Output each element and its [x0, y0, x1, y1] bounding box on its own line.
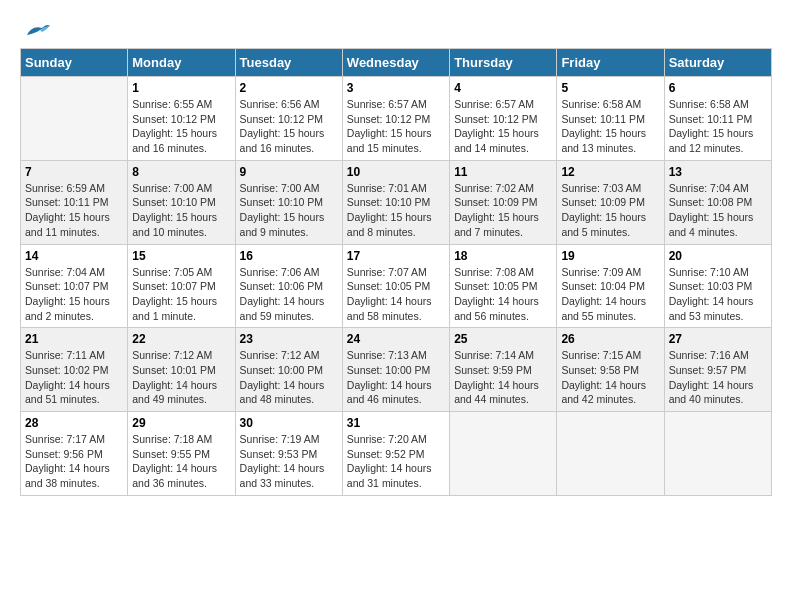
day-info: Sunrise: 7:03 AM Sunset: 10:09 PM Daylig… [561, 181, 659, 240]
day-number: 23 [240, 332, 338, 346]
day-info: Sunrise: 7:13 AM Sunset: 10:00 PM Daylig… [347, 348, 445, 407]
calendar-cell: 28Sunrise: 7:17 AM Sunset: 9:56 PM Dayli… [21, 412, 128, 496]
page-header [20, 20, 772, 44]
day-info: Sunrise: 7:00 AM Sunset: 10:10 PM Daylig… [132, 181, 230, 240]
calendar-cell: 31Sunrise: 7:20 AM Sunset: 9:52 PM Dayli… [342, 412, 449, 496]
day-number: 2 [240, 81, 338, 95]
day-number: 21 [25, 332, 123, 346]
calendar-cell [450, 412, 557, 496]
calendar-cell: 24Sunrise: 7:13 AM Sunset: 10:00 PM Dayl… [342, 328, 449, 412]
calendar-week-5: 28Sunrise: 7:17 AM Sunset: 9:56 PM Dayli… [21, 412, 772, 496]
day-number: 9 [240, 165, 338, 179]
day-number: 20 [669, 249, 767, 263]
day-info: Sunrise: 7:02 AM Sunset: 10:09 PM Daylig… [454, 181, 552, 240]
calendar-cell: 4Sunrise: 6:57 AM Sunset: 10:12 PM Dayli… [450, 77, 557, 161]
calendar-cell: 15Sunrise: 7:05 AM Sunset: 10:07 PM Dayl… [128, 244, 235, 328]
day-info: Sunrise: 7:10 AM Sunset: 10:03 PM Daylig… [669, 265, 767, 324]
calendar-cell: 7Sunrise: 6:59 AM Sunset: 10:11 PM Dayli… [21, 160, 128, 244]
day-info: Sunrise: 7:12 AM Sunset: 10:00 PM Daylig… [240, 348, 338, 407]
day-number: 17 [347, 249, 445, 263]
day-info: Sunrise: 7:04 AM Sunset: 10:08 PM Daylig… [669, 181, 767, 240]
calendar-cell: 17Sunrise: 7:07 AM Sunset: 10:05 PM Dayl… [342, 244, 449, 328]
day-number: 28 [25, 416, 123, 430]
day-info: Sunrise: 6:58 AM Sunset: 10:11 PM Daylig… [561, 97, 659, 156]
day-info: Sunrise: 7:12 AM Sunset: 10:01 PM Daylig… [132, 348, 230, 407]
column-header-monday: Monday [128, 49, 235, 77]
calendar-week-4: 21Sunrise: 7:11 AM Sunset: 10:02 PM Dayl… [21, 328, 772, 412]
day-info: Sunrise: 6:59 AM Sunset: 10:11 PM Daylig… [25, 181, 123, 240]
calendar-cell: 2Sunrise: 6:56 AM Sunset: 10:12 PM Dayli… [235, 77, 342, 161]
day-info: Sunrise: 7:09 AM Sunset: 10:04 PM Daylig… [561, 265, 659, 324]
logo [20, 20, 52, 44]
day-number: 7 [25, 165, 123, 179]
calendar-cell: 6Sunrise: 6:58 AM Sunset: 10:11 PM Dayli… [664, 77, 771, 161]
day-number: 6 [669, 81, 767, 95]
day-number: 29 [132, 416, 230, 430]
calendar-cell [664, 412, 771, 496]
calendar-week-2: 7Sunrise: 6:59 AM Sunset: 10:11 PM Dayli… [21, 160, 772, 244]
day-info: Sunrise: 6:57 AM Sunset: 10:12 PM Daylig… [347, 97, 445, 156]
calendar-cell: 8Sunrise: 7:00 AM Sunset: 10:10 PM Dayli… [128, 160, 235, 244]
calendar-cell: 11Sunrise: 7:02 AM Sunset: 10:09 PM Dayl… [450, 160, 557, 244]
calendar-cell: 10Sunrise: 7:01 AM Sunset: 10:10 PM Dayl… [342, 160, 449, 244]
calendar-cell: 12Sunrise: 7:03 AM Sunset: 10:09 PM Dayl… [557, 160, 664, 244]
day-number: 12 [561, 165, 659, 179]
day-info: Sunrise: 7:17 AM Sunset: 9:56 PM Dayligh… [25, 432, 123, 491]
day-number: 11 [454, 165, 552, 179]
calendar-cell: 21Sunrise: 7:11 AM Sunset: 10:02 PM Dayl… [21, 328, 128, 412]
day-number: 14 [25, 249, 123, 263]
day-number: 5 [561, 81, 659, 95]
day-number: 19 [561, 249, 659, 263]
column-header-friday: Friday [557, 49, 664, 77]
calendar-cell: 3Sunrise: 6:57 AM Sunset: 10:12 PM Dayli… [342, 77, 449, 161]
calendar-cell: 5Sunrise: 6:58 AM Sunset: 10:11 PM Dayli… [557, 77, 664, 161]
column-header-thursday: Thursday [450, 49, 557, 77]
day-number: 24 [347, 332, 445, 346]
column-header-saturday: Saturday [664, 49, 771, 77]
day-info: Sunrise: 7:19 AM Sunset: 9:53 PM Dayligh… [240, 432, 338, 491]
logo-bird-icon [22, 20, 52, 40]
calendar-cell: 16Sunrise: 7:06 AM Sunset: 10:06 PM Dayl… [235, 244, 342, 328]
day-number: 16 [240, 249, 338, 263]
day-number: 22 [132, 332, 230, 346]
calendar-cell: 13Sunrise: 7:04 AM Sunset: 10:08 PM Dayl… [664, 160, 771, 244]
day-number: 10 [347, 165, 445, 179]
calendar-cell: 20Sunrise: 7:10 AM Sunset: 10:03 PM Dayl… [664, 244, 771, 328]
calendar-cell: 14Sunrise: 7:04 AM Sunset: 10:07 PM Dayl… [21, 244, 128, 328]
calendar-cell: 29Sunrise: 7:18 AM Sunset: 9:55 PM Dayli… [128, 412, 235, 496]
day-number: 31 [347, 416, 445, 430]
day-info: Sunrise: 7:01 AM Sunset: 10:10 PM Daylig… [347, 181, 445, 240]
day-info: Sunrise: 7:20 AM Sunset: 9:52 PM Dayligh… [347, 432, 445, 491]
calendar-cell: 30Sunrise: 7:19 AM Sunset: 9:53 PM Dayli… [235, 412, 342, 496]
day-info: Sunrise: 7:04 AM Sunset: 10:07 PM Daylig… [25, 265, 123, 324]
day-info: Sunrise: 6:55 AM Sunset: 10:12 PM Daylig… [132, 97, 230, 156]
day-number: 26 [561, 332, 659, 346]
calendar-cell: 26Sunrise: 7:15 AM Sunset: 9:58 PM Dayli… [557, 328, 664, 412]
day-info: Sunrise: 6:56 AM Sunset: 10:12 PM Daylig… [240, 97, 338, 156]
day-number: 1 [132, 81, 230, 95]
day-info: Sunrise: 7:15 AM Sunset: 9:58 PM Dayligh… [561, 348, 659, 407]
day-number: 27 [669, 332, 767, 346]
calendar-cell [557, 412, 664, 496]
day-number: 4 [454, 81, 552, 95]
day-info: Sunrise: 7:11 AM Sunset: 10:02 PM Daylig… [25, 348, 123, 407]
calendar-cell: 23Sunrise: 7:12 AM Sunset: 10:00 PM Dayl… [235, 328, 342, 412]
column-header-wednesday: Wednesday [342, 49, 449, 77]
day-info: Sunrise: 7:08 AM Sunset: 10:05 PM Daylig… [454, 265, 552, 324]
day-info: Sunrise: 7:16 AM Sunset: 9:57 PM Dayligh… [669, 348, 767, 407]
day-number: 18 [454, 249, 552, 263]
calendar-cell: 25Sunrise: 7:14 AM Sunset: 9:59 PM Dayli… [450, 328, 557, 412]
day-info: Sunrise: 7:05 AM Sunset: 10:07 PM Daylig… [132, 265, 230, 324]
day-number: 30 [240, 416, 338, 430]
column-header-tuesday: Tuesday [235, 49, 342, 77]
calendar-cell: 9Sunrise: 7:00 AM Sunset: 10:10 PM Dayli… [235, 160, 342, 244]
day-info: Sunrise: 7:14 AM Sunset: 9:59 PM Dayligh… [454, 348, 552, 407]
day-info: Sunrise: 6:58 AM Sunset: 10:11 PM Daylig… [669, 97, 767, 156]
day-number: 8 [132, 165, 230, 179]
calendar-header-row: SundayMondayTuesdayWednesdayThursdayFrid… [21, 49, 772, 77]
calendar-cell [21, 77, 128, 161]
calendar-week-1: 1Sunrise: 6:55 AM Sunset: 10:12 PM Dayli… [21, 77, 772, 161]
column-header-sunday: Sunday [21, 49, 128, 77]
day-number: 15 [132, 249, 230, 263]
calendar-cell: 27Sunrise: 7:16 AM Sunset: 9:57 PM Dayli… [664, 328, 771, 412]
